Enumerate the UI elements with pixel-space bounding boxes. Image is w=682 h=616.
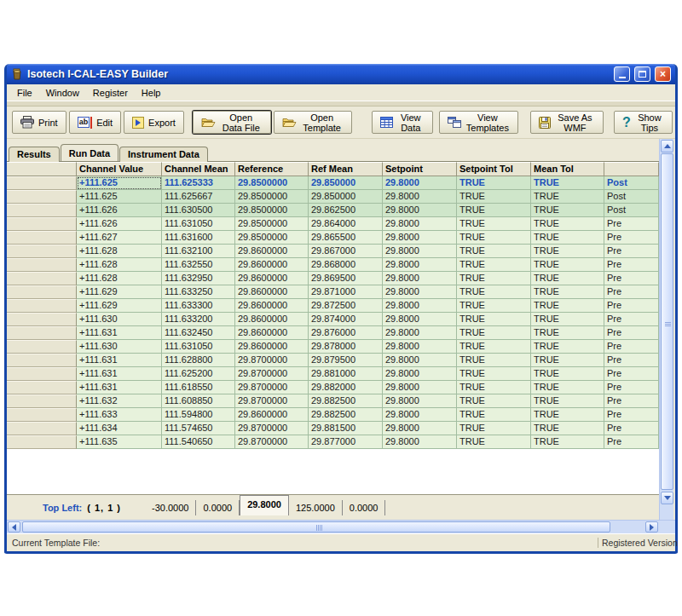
- grid-cell[interactable]: Pre: [604, 231, 659, 245]
- row-header-cell[interactable]: [7, 245, 77, 258]
- grid-cell[interactable]: TRUE: [457, 340, 531, 354]
- grid-cell[interactable]: 111.608850: [162, 394, 235, 408]
- grid-cell[interactable]: 111.633250: [162, 285, 235, 299]
- grid-cell[interactable]: 29.878000: [309, 340, 383, 354]
- row-header-cell[interactable]: [7, 299, 77, 313]
- grid-cell[interactable]: +111.628: [77, 272, 162, 285]
- toolbar-button-view-data[interactable]: View Data: [372, 111, 433, 134]
- grid-cell[interactable]: 29.8000: [383, 326, 457, 340]
- grid-cell[interactable]: +111.629: [77, 285, 162, 299]
- grid-cell[interactable]: 111.632950: [162, 272, 235, 285]
- grid-cell[interactable]: Pre: [604, 422, 659, 435]
- tab-instrument-data[interactable]: Instrument Data: [119, 147, 208, 162]
- grid-cell[interactable]: TRUE: [531, 176, 604, 190]
- grid-cell[interactable]: TRUE: [457, 231, 531, 245]
- grid-cell[interactable]: TRUE: [457, 217, 531, 231]
- grid-cell[interactable]: 29.8000: [383, 272, 457, 285]
- tab-run-data[interactable]: Run Data: [61, 144, 118, 161]
- row-header-cell[interactable]: [7, 217, 77, 231]
- grid-cell[interactable]: +111.625: [77, 190, 162, 204]
- grid-cell[interactable]: TRUE: [457, 394, 531, 408]
- grid-cell[interactable]: 29.8000: [383, 313, 457, 326]
- grid-cell[interactable]: 29.8500000: [235, 190, 309, 204]
- grid-cell[interactable]: Post: [604, 204, 659, 217]
- sheet-tab[interactable]: 125.0000: [289, 500, 343, 515]
- grid-cell[interactable]: 29.8000: [383, 408, 457, 422]
- row-header-cell[interactable]: [7, 285, 77, 299]
- grid-cell[interactable]: Pre: [604, 285, 659, 299]
- grid-cell[interactable]: 111.632450: [162, 326, 235, 340]
- grid-cell[interactable]: 29.8600000: [235, 340, 309, 354]
- grid-cell[interactable]: 111.631050: [162, 340, 235, 354]
- grid-cell[interactable]: Pre: [604, 272, 659, 285]
- grid-cell[interactable]: 29.8600000: [235, 245, 309, 258]
- sheet-tab[interactable]: -30.0000: [145, 500, 196, 515]
- grid-cell[interactable]: 29.8000: [383, 285, 457, 299]
- row-header-cell[interactable]: [7, 408, 77, 422]
- grid-cell[interactable]: TRUE: [531, 326, 604, 340]
- grid-cell[interactable]: Post: [604, 190, 659, 204]
- row-header-cell[interactable]: [7, 340, 77, 354]
- grid-cell[interactable]: 29.877000: [309, 435, 383, 449]
- grid-cell[interactable]: +111.631: [77, 354, 162, 367]
- grid-cell[interactable]: 111.618550: [162, 381, 235, 394]
- grid-cell[interactable]: 111.630500: [162, 204, 235, 217]
- grid-cell[interactable]: TRUE: [531, 217, 604, 231]
- grid-cell[interactable]: TRUE: [531, 231, 604, 245]
- grid-cell[interactable]: TRUE: [531, 245, 604, 258]
- grid-cell[interactable]: 29.867000: [309, 245, 383, 258]
- grid-cell[interactable]: 111.625333: [162, 176, 235, 190]
- grid-cell[interactable]: TRUE: [457, 299, 531, 313]
- menu-item-file[interactable]: File: [10, 86, 39, 100]
- grid-cell[interactable]: 29.850000: [309, 176, 383, 190]
- grid-cell[interactable]: 29.879500: [309, 354, 383, 367]
- grid-header-cell[interactable]: Mean Tol: [531, 162, 604, 176]
- grid-cell[interactable]: 29.882500: [309, 394, 383, 408]
- scroll-right-button[interactable]: [645, 521, 658, 533]
- toolbar-button-view-templates[interactable]: View Templates: [439, 111, 518, 134]
- grid-cell[interactable]: 29.871000: [309, 285, 383, 299]
- grid-cell[interactable]: TRUE: [531, 381, 604, 394]
- grid-header-cell[interactable]: Channel Mean: [162, 162, 235, 176]
- horizontal-scroll-thumb[interactable]: [22, 521, 610, 533]
- menu-item-window[interactable]: Window: [39, 86, 86, 100]
- grid-cell[interactable]: 29.8700000: [235, 354, 309, 367]
- row-header-cell[interactable]: [7, 422, 77, 435]
- row-header-cell[interactable]: [7, 354, 77, 367]
- grid-header-cell[interactable]: [604, 162, 659, 176]
- toolbar-button-print[interactable]: Print: [12, 111, 66, 134]
- row-header-cell[interactable]: [7, 231, 77, 245]
- grid-cell[interactable]: 29.874000: [309, 313, 383, 326]
- grid-cell[interactable]: 29.8500000: [235, 231, 309, 245]
- grid-cell[interactable]: 29.869500: [309, 272, 383, 285]
- grid-header-cell[interactable]: [7, 162, 77, 176]
- grid-cell[interactable]: +111.627: [77, 231, 162, 245]
- grid-cell[interactable]: 29.8000: [383, 435, 457, 449]
- grid-cell[interactable]: Pre: [604, 381, 659, 394]
- grid-cell[interactable]: 29.8500000: [235, 217, 309, 231]
- row-header-cell[interactable]: [7, 367, 77, 381]
- grid-cell[interactable]: 111.632550: [162, 258, 235, 272]
- grid-cell[interactable]: 29.8600000: [235, 313, 309, 326]
- grid-cell[interactable]: TRUE: [531, 422, 604, 435]
- grid-cell[interactable]: 29.8600000: [235, 299, 309, 313]
- grid-cell[interactable]: +111.626: [77, 217, 162, 231]
- grid-cell[interactable]: TRUE: [531, 258, 604, 272]
- grid-cell[interactable]: 29.8700000: [235, 381, 309, 394]
- vertical-scrollbar[interactable]: [659, 139, 673, 520]
- grid-cell[interactable]: TRUE: [531, 190, 604, 204]
- grid-cell[interactable]: 111.574650: [162, 422, 235, 435]
- grid-cell[interactable]: TRUE: [531, 367, 604, 381]
- grid-cell[interactable]: TRUE: [531, 313, 604, 326]
- grid-cell[interactable]: 111.540650: [162, 435, 235, 449]
- grid-cell[interactable]: 29.881000: [309, 367, 383, 381]
- scroll-left-button[interactable]: [8, 521, 20, 533]
- grid-cell[interactable]: 29.8000: [383, 190, 457, 204]
- grid-cell[interactable]: TRUE: [457, 245, 531, 258]
- grid-cell[interactable]: 29.8600000: [235, 326, 309, 340]
- grid-header-cell[interactable]: Setpoint Tol: [457, 162, 531, 176]
- grid-cell[interactable]: +111.628: [77, 258, 162, 272]
- row-header-cell[interactable]: [7, 176, 77, 190]
- toolbar-button-open-template[interactable]: Open Template: [274, 111, 352, 134]
- grid-cell[interactable]: 111.594800: [162, 408, 235, 422]
